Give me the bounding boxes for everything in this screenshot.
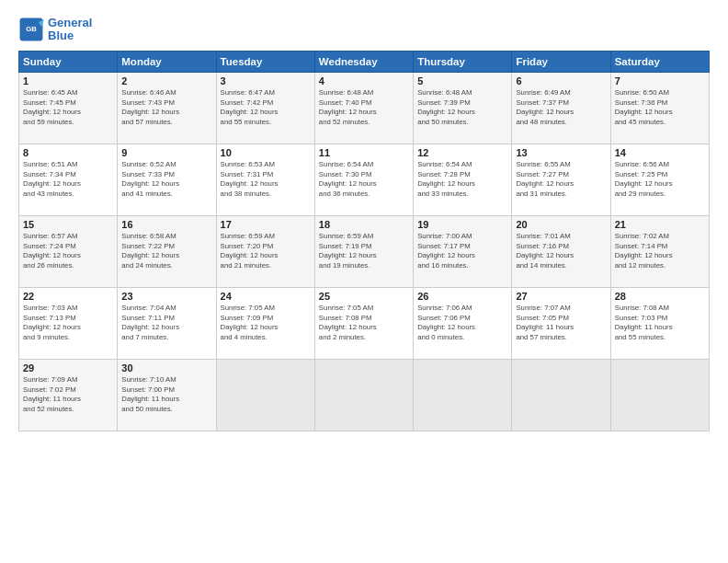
day-header-thursday: Thursday bbox=[414, 51, 512, 72]
day-cell-11: 11Sunrise: 6:54 AM Sunset: 7:30 PM Dayli… bbox=[314, 144, 413, 215]
day-cell-1: 1Sunrise: 6:45 AM Sunset: 7:45 PM Daylig… bbox=[19, 72, 118, 144]
day-cell-13: 13Sunrise: 6:55 AM Sunset: 7:27 PM Dayli… bbox=[512, 144, 610, 215]
day-cell-25: 25Sunrise: 7:05 AM Sunset: 7:08 PM Dayli… bbox=[314, 287, 413, 359]
day-cell-19: 19Sunrise: 7:00 AM Sunset: 7:17 PM Dayli… bbox=[414, 215, 512, 287]
week-row-4: 22Sunrise: 7:03 AM Sunset: 7:13 PM Dayli… bbox=[19, 287, 710, 359]
day-cell-empty-4-2 bbox=[216, 359, 314, 431]
day-cell-17: 17Sunrise: 6:59 AM Sunset: 7:20 PM Dayli… bbox=[216, 215, 314, 287]
day-cell-21: 21Sunrise: 7:02 AM Sunset: 7:14 PM Dayli… bbox=[610, 215, 709, 287]
week-row-5: 29Sunrise: 7:09 AM Sunset: 7:02 PM Dayli… bbox=[19, 359, 710, 431]
days-header-row: SundayMondayTuesdayWednesdayThursdayFrid… bbox=[19, 51, 710, 72]
calendar-body: 1Sunrise: 6:45 AM Sunset: 7:45 PM Daylig… bbox=[19, 72, 710, 431]
day-cell-12: 12Sunrise: 6:54 AM Sunset: 7:28 PM Dayli… bbox=[414, 144, 512, 215]
day-cell-28: 28Sunrise: 7:08 AM Sunset: 7:03 PM Dayli… bbox=[610, 287, 709, 359]
day-cell-8: 8Sunrise: 6:51 AM Sunset: 7:34 PM Daylig… bbox=[19, 144, 118, 215]
day-cell-10: 10Sunrise: 6:53 AM Sunset: 7:31 PM Dayli… bbox=[216, 144, 314, 215]
day-cell-4: 4Sunrise: 6:48 AM Sunset: 7:40 PM Daylig… bbox=[314, 72, 413, 144]
day-header-wednesday: Wednesday bbox=[314, 51, 413, 72]
week-row-2: 8Sunrise: 6:51 AM Sunset: 7:34 PM Daylig… bbox=[19, 144, 710, 215]
header: GB General Blue bbox=[18, 17, 710, 43]
logo: GB General Blue bbox=[18, 17, 92, 43]
day-cell-27: 27Sunrise: 7:07 AM Sunset: 7:05 PM Dayli… bbox=[512, 287, 610, 359]
day-cell-30: 30Sunrise: 7:10 AM Sunset: 7:00 PM Dayli… bbox=[118, 359, 216, 431]
day-header-friday: Friday bbox=[512, 51, 610, 72]
day-header-monday: Monday bbox=[118, 51, 216, 72]
week-row-1: 1Sunrise: 6:45 AM Sunset: 7:45 PM Daylig… bbox=[19, 72, 710, 144]
day-cell-20: 20Sunrise: 7:01 AM Sunset: 7:16 PM Dayli… bbox=[512, 215, 610, 287]
day-cell-2: 2Sunrise: 6:46 AM Sunset: 7:43 PM Daylig… bbox=[118, 72, 216, 144]
week-row-3: 15Sunrise: 6:57 AM Sunset: 7:24 PM Dayli… bbox=[19, 215, 710, 287]
day-header-tuesday: Tuesday bbox=[216, 51, 314, 72]
day-cell-empty-4-3 bbox=[314, 359, 413, 431]
day-cell-6: 6Sunrise: 6:49 AM Sunset: 7:37 PM Daylig… bbox=[512, 72, 610, 144]
day-cell-3: 3Sunrise: 6:47 AM Sunset: 7:42 PM Daylig… bbox=[216, 72, 314, 144]
day-cell-18: 18Sunrise: 6:59 AM Sunset: 7:19 PM Dayli… bbox=[314, 215, 413, 287]
day-header-saturday: Saturday bbox=[610, 51, 709, 72]
day-cell-15: 15Sunrise: 6:57 AM Sunset: 7:24 PM Dayli… bbox=[19, 215, 118, 287]
day-cell-14: 14Sunrise: 6:56 AM Sunset: 7:25 PM Dayli… bbox=[610, 144, 709, 215]
day-cell-empty-4-5 bbox=[512, 359, 610, 431]
calendar-table: SundayMondayTuesdayWednesdayThursdayFrid… bbox=[18, 51, 710, 431]
day-cell-22: 22Sunrise: 7:03 AM Sunset: 7:13 PM Dayli… bbox=[19, 287, 118, 359]
day-cell-29: 29Sunrise: 7:09 AM Sunset: 7:02 PM Dayli… bbox=[19, 359, 118, 431]
logo-icon: GB bbox=[18, 17, 44, 42]
day-cell-24: 24Sunrise: 7:05 AM Sunset: 7:09 PM Dayli… bbox=[216, 287, 314, 359]
day-cell-23: 23Sunrise: 7:04 AM Sunset: 7:11 PM Dayli… bbox=[118, 287, 216, 359]
day-cell-5: 5Sunrise: 6:48 AM Sunset: 7:39 PM Daylig… bbox=[414, 72, 512, 144]
day-cell-26: 26Sunrise: 7:06 AM Sunset: 7:06 PM Dayli… bbox=[414, 287, 512, 359]
day-cell-9: 9Sunrise: 6:52 AM Sunset: 7:33 PM Daylig… bbox=[118, 144, 216, 215]
day-cell-empty-4-4 bbox=[414, 359, 512, 431]
svg-text:GB: GB bbox=[26, 25, 37, 33]
calendar-page: GB General Blue SundayMondayTuesdayWedne… bbox=[0, 0, 728, 563]
logo-text: General Blue bbox=[48, 17, 92, 43]
day-cell-16: 16Sunrise: 6:58 AM Sunset: 7:22 PM Dayli… bbox=[118, 215, 216, 287]
day-cell-7: 7Sunrise: 6:50 AM Sunset: 7:36 PM Daylig… bbox=[610, 72, 709, 144]
day-header-sunday: Sunday bbox=[19, 51, 118, 72]
day-cell-empty-4-6 bbox=[610, 359, 709, 431]
